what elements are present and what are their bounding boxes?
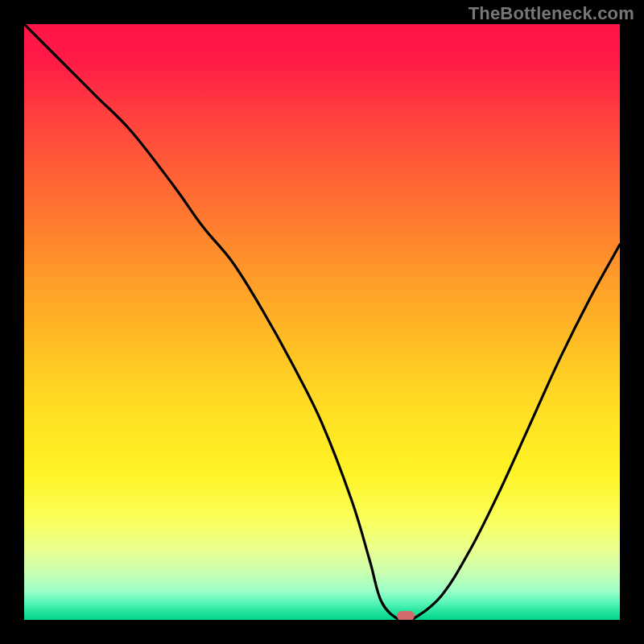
bottleneck-curve — [24, 24, 620, 620]
watermark-text: TheBottleneck.com — [469, 3, 634, 24]
curve-path — [24, 24, 620, 620]
plot-area — [24, 24, 620, 620]
optimal-point-marker — [397, 611, 415, 620]
chart-frame: TheBottleneck.com — [0, 0, 644, 644]
